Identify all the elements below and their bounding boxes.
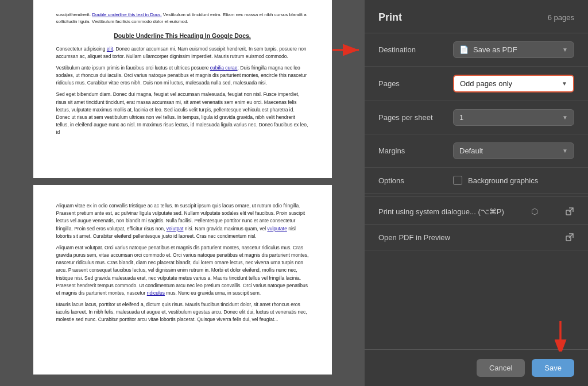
pages-row: Pages Odd pages only ▼ [365, 67, 588, 101]
page1-para1: Consectetur adipiscing elit. Donec aucto… [56, 45, 309, 60]
print-settings: Destination 📄 Save as PDF ▼ Pages Odd pa… [365, 33, 588, 349]
pages-per-sheet-select[interactable]: 1 ▼ [453, 109, 574, 126]
print-pages-count: 6 pages [548, 13, 574, 22]
destination-control: 📄 Save as PDF ▼ [453, 41, 574, 58]
pages-value: Odd pages only [460, 79, 558, 88]
options-label: Options [378, 176, 453, 185]
margins-row: Margins Default ▼ [365, 134, 588, 168]
pages-per-sheet-value: 1 [459, 113, 559, 122]
system-dialogue-row[interactable]: Print using system dialogue... (⌥⌘P) ⬡ [365, 199, 588, 225]
margins-control: Default ▼ [453, 142, 574, 159]
document-preview: suscipithendrerit. Double underline this… [0, 0, 365, 386]
options-row: Options Background graphics [365, 168, 588, 194]
background-graphics-checkbox[interactable] [453, 176, 462, 185]
destination-label: Destination [378, 45, 453, 54]
print-panel: Print 6 pages Destination 📄 Save as PDF … [365, 0, 588, 386]
background-graphics-label: Background graphics [468, 176, 538, 185]
pages-per-sheet-control: 1 ▼ [453, 109, 574, 126]
external-link-icon: ⬡ [531, 207, 538, 216]
pages-per-sheet-label: Pages per sheet [378, 113, 453, 122]
page2-para3: Mauris lacus lacus, porttitor ut eleifen… [56, 301, 309, 324]
print-footer: Cancel Save [365, 349, 588, 386]
destination-arrow [331, 43, 363, 57]
page2-para1: Aliquam vitae ex in odio convallis trist… [56, 202, 309, 240]
open-external-icon [565, 207, 574, 216]
page1-heading: Double Underline This Heading In Google … [56, 32, 309, 41]
page1-intro: suscipithendrerit. Double underline this… [56, 11, 309, 26]
open-pdf-external-icon [565, 233, 574, 242]
save-button[interactable]: Save [532, 359, 574, 377]
page2-para2: Aliquam erat volutpat. Orci varius natoq… [56, 244, 309, 297]
pages-select[interactable]: Odd pages only ▼ [453, 75, 574, 92]
page-2: Aliquam vitae ex in odio convallis trist… [33, 185, 332, 375]
pdf-icon: 📄 [459, 45, 469, 54]
destination-select[interactable]: 📄 Save as PDF ▼ [453, 41, 574, 58]
pages-per-sheet-row: Pages per sheet 1 ▼ [365, 101, 588, 134]
destination-row: Destination 📄 Save as PDF ▼ [365, 33, 588, 67]
pages-label: Pages [378, 79, 453, 88]
destination-value: Save as PDF [473, 45, 559, 54]
pages-control: Odd pages only ▼ [453, 75, 574, 92]
options-control: Background graphics [453, 176, 574, 185]
print-header: Print 6 pages [365, 0, 588, 33]
margins-value: Default [459, 146, 559, 155]
print-title: Print [378, 11, 402, 24]
system-dialogue-text: Print using system dialogue... (⌥⌘P) [378, 207, 504, 216]
open-pdf-row[interactable]: Open PDF in Preview [365, 225, 588, 250]
margins-select[interactable]: Default ▼ [453, 142, 574, 159]
page1-para2: Vestibulum ante ipsum primis in faucibus… [56, 64, 309, 87]
page1-para3: Sed eget bibendum diam. Donec dui magna,… [56, 91, 309, 136]
margins-chevron-icon: ▼ [562, 148, 568, 154]
divider [365, 196, 588, 196]
destination-chevron-icon: ▼ [562, 47, 568, 53]
background-graphics-checkbox-group: Background graphics [453, 176, 538, 185]
save-arrow [554, 320, 567, 352]
open-pdf-text: Open PDF in Preview [378, 233, 450, 242]
pages-per-sheet-chevron-icon: ▼ [562, 114, 568, 121]
cancel-button[interactable]: Cancel [477, 359, 525, 377]
margins-label: Margins [378, 146, 453, 155]
pages-chevron-icon: ▼ [562, 80, 567, 87]
page-1: suscipithendrerit. Double underline this… [33, 0, 332, 178]
